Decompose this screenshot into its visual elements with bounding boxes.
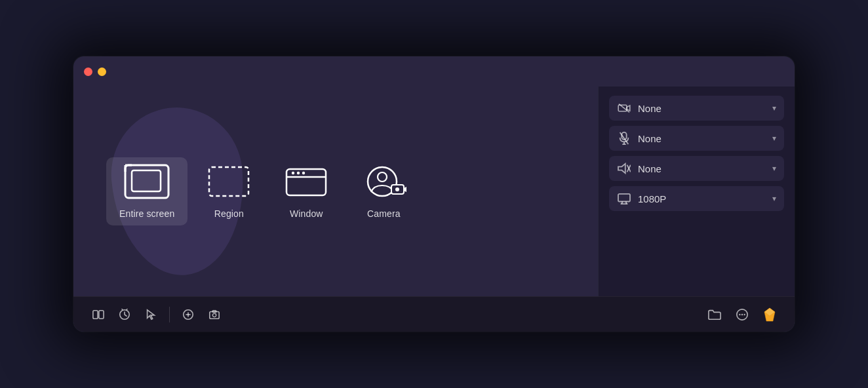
svg-point-46	[743, 313, 745, 315]
more-options-button[interactable]	[730, 303, 754, 326]
cursor-effects-button[interactable]	[139, 303, 163, 326]
monitor-icon	[617, 191, 631, 206]
window-icon	[283, 164, 329, 199]
open-folder-button[interactable]	[703, 303, 726, 326]
screenshot-button[interactable]	[203, 303, 226, 326]
region-icon	[206, 164, 252, 199]
svg-point-11	[378, 172, 387, 182]
svg-rect-1	[132, 170, 161, 191]
toolbar-divider	[169, 307, 170, 322]
region-label: Region	[214, 208, 244, 219]
capture-mode-window[interactable]: Window	[270, 157, 342, 225]
capture-mode-entire-screen[interactable]: Entire screen	[106, 157, 187, 225]
schedule-button[interactable]	[113, 303, 136, 326]
svg-point-45	[741, 313, 743, 315]
camera-chevron-icon: ▾	[772, 104, 776, 113]
svg-line-33	[125, 315, 127, 317]
svg-line-35	[127, 309, 128, 310]
minimize-button[interactable]	[98, 68, 106, 76]
toolbar-left	[87, 303, 700, 326]
capture-section: Entire screen Region	[73, 87, 598, 296]
premium-button[interactable]	[758, 303, 781, 326]
svg-point-44	[739, 313, 740, 315]
resolution-chevron-icon: ▾	[772, 194, 776, 203]
entire-screen-icon	[124, 164, 170, 199]
svg-rect-30	[99, 310, 104, 319]
svg-point-14	[395, 187, 399, 191]
toolbar	[73, 296, 795, 332]
entire-screen-label: Entire screen	[119, 208, 174, 219]
svg-point-9	[302, 172, 305, 174]
svg-rect-4	[209, 167, 248, 196]
traffic-lights	[84, 68, 106, 76]
svg-point-8	[297, 172, 300, 174]
microphone-input-value: None	[638, 133, 766, 144]
speaker-off-icon	[617, 161, 631, 176]
settings-panel: None ▾ None ▾	[598, 87, 795, 296]
camera-input-row[interactable]: None ▾	[609, 96, 784, 121]
mic-off-icon	[617, 131, 631, 146]
toolbar-right	[703, 303, 781, 326]
svg-point-7	[292, 172, 294, 174]
camera-off-icon	[617, 101, 631, 115]
camera-label: Camera	[367, 208, 401, 219]
svg-rect-29	[93, 310, 98, 319]
resolution-value: 1080P	[638, 193, 766, 204]
window-container: Entire screen Region	[73, 56, 795, 332]
audio-chevron-icon: ▾	[772, 164, 776, 173]
system-audio-value: None	[638, 163, 766, 174]
svg-line-34	[122, 309, 123, 310]
svg-rect-25	[618, 194, 630, 202]
capture-mode-camera[interactable]: Camera	[347, 157, 420, 225]
resolution-row[interactable]: 1080P ▾	[609, 186, 784, 211]
system-audio-row[interactable]: None ▾	[609, 156, 784, 181]
titlebar	[73, 56, 795, 87]
close-button[interactable]	[84, 68, 92, 76]
capture-modes: Entire screen Region	[106, 157, 420, 225]
svg-rect-15	[618, 105, 627, 111]
svg-marker-22	[618, 164, 625, 173]
annotation-button[interactable]	[176, 303, 200, 326]
mic-chevron-icon: ▾	[772, 134, 776, 143]
capture-mode-region[interactable]: Region	[193, 157, 265, 225]
app-window: Entire screen Region	[73, 56, 795, 332]
camera-mode-icon	[361, 164, 406, 199]
split-view-button[interactable]	[87, 303, 110, 326]
main-content: Entire screen Region	[73, 87, 795, 296]
svg-marker-36	[148, 309, 155, 319]
window-label: Window	[290, 208, 323, 219]
microphone-input-row[interactable]: None ▾	[609, 126, 784, 151]
camera-input-value: None	[638, 103, 766, 114]
svg-point-41	[212, 313, 216, 317]
